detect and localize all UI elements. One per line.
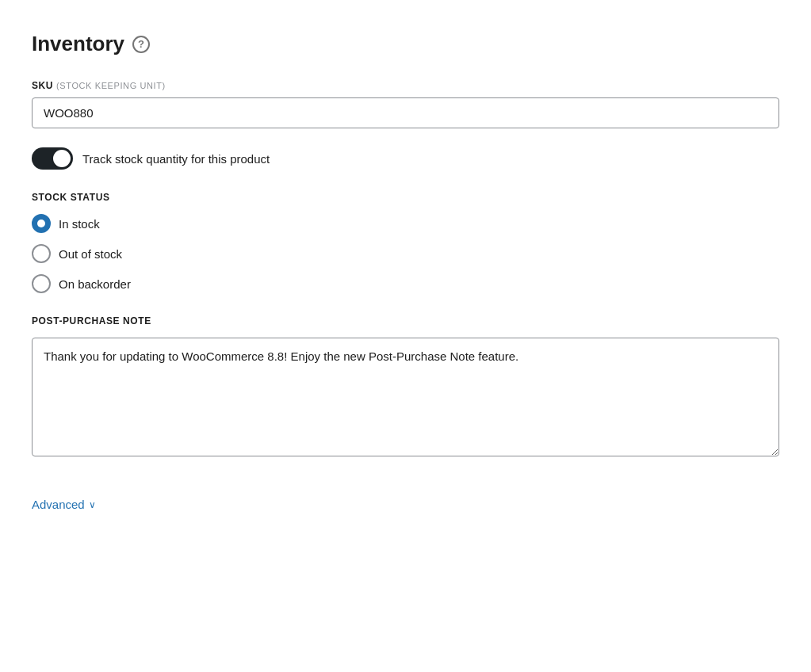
post-purchase-note-section: POST-PURCHASE NOTE Thank you for updatin… [32, 315, 779, 460]
stock-status-label: STOCK STATUS [32, 192, 779, 203]
section-header: Inventory ? [32, 32, 779, 56]
toggle-track [32, 147, 73, 170]
radio-indicator-in-stock [32, 214, 51, 233]
advanced-link[interactable]: Advanced ∨ [32, 498, 96, 511]
sku-input[interactable] [32, 97, 779, 128]
stock-status-radio-group: In stock Out of stock On backorder [32, 214, 779, 293]
track-stock-row: Track stock quantity for this product [32, 147, 779, 170]
radio-row-out-of-stock[interactable]: Out of stock [32, 244, 779, 263]
toggle-thumb [53, 150, 71, 167]
radio-indicator-on-backorder [32, 274, 51, 293]
radio-label-on-backorder: On backorder [59, 277, 131, 291]
track-stock-label: Track stock quantity for this product [82, 152, 270, 166]
post-purchase-note-input[interactable]: Thank you for updating to WooCommerce 8.… [32, 338, 779, 456]
radio-label-out-of-stock: Out of stock [59, 247, 122, 261]
stock-status-section: STOCK STATUS In stock Out of stock On ba… [32, 192, 779, 293]
radio-indicator-out-of-stock [32, 244, 51, 263]
radio-row-in-stock[interactable]: In stock [32, 214, 779, 233]
page-title: Inventory [32, 32, 124, 56]
sku-label: SKU (STOCK KEEPING UNIT) [32, 80, 779, 91]
advanced-link-label: Advanced [32, 498, 85, 511]
radio-label-in-stock: In stock [59, 217, 100, 231]
inventory-panel: Inventory ? SKU (STOCK KEEPING UNIT) Tra… [32, 32, 779, 512]
chevron-down-icon: ∨ [89, 499, 96, 510]
sku-section: SKU (STOCK KEEPING UNIT) [32, 80, 779, 128]
track-stock-toggle[interactable] [32, 147, 73, 170]
radio-row-on-backorder[interactable]: On backorder [32, 274, 779, 293]
help-icon[interactable]: ? [132, 36, 150, 53]
sku-label-sub: (STOCK KEEPING UNIT) [56, 81, 166, 90]
post-purchase-note-label: POST-PURCHASE NOTE [32, 315, 779, 326]
